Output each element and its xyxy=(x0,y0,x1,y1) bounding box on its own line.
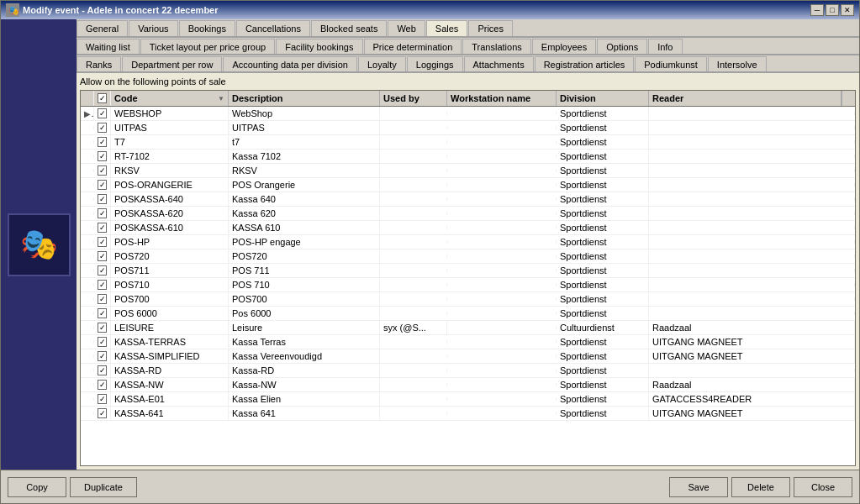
row-checkbox-17[interactable] xyxy=(98,351,107,361)
row-check-5[interactable] xyxy=(94,178,111,192)
close-window-button[interactable]: ✕ xyxy=(841,4,854,16)
row-check-0[interactable] xyxy=(94,107,111,120)
tab-podiumkunst[interactable]: Podiumkunst xyxy=(635,56,707,72)
table-row[interactable]: POS-HP POS-HP engage Sportdienst xyxy=(81,235,855,249)
table-row[interactable]: KASSA-NW Kassa-NW Sportdienst Raadzaal xyxy=(81,378,855,392)
th-code[interactable]: Code ▼ xyxy=(111,91,229,106)
row-check-8[interactable] xyxy=(94,221,111,234)
tab-general[interactable]: General xyxy=(77,20,128,37)
tab-blocked-seats[interactable]: Blocked seats xyxy=(311,20,387,37)
table-row[interactable]: KASSA-SIMPLIFIED Kassa Vereenvoudigd Spo… xyxy=(81,349,855,364)
row-checkbox-15[interactable] xyxy=(98,323,107,333)
table-row[interactable]: RT-7102 Kassa 7102 Sportdienst xyxy=(81,150,855,164)
tab-dept-per-row[interactable]: Department per row xyxy=(122,56,222,72)
tab-web[interactable]: Web xyxy=(388,20,425,37)
table-body[interactable]: ▶ WEBSHOP WebShop Sportdienst UITPAS UIT… xyxy=(81,107,855,465)
row-check-19[interactable] xyxy=(94,378,111,391)
row-checkbox-19[interactable] xyxy=(98,380,107,390)
row-checkbox-11[interactable] xyxy=(98,265,107,276)
table-row[interactable]: POS-ORANGERIE POS Orangerie Sportdienst xyxy=(81,178,855,192)
table-row[interactable]: POSKASSA-620 Kassa 620 Sportdienst xyxy=(81,207,855,221)
row-checkbox-13[interactable] xyxy=(98,294,107,304)
row-checkbox-6[interactable] xyxy=(98,194,107,204)
row-check-20[interactable] xyxy=(94,392,111,406)
row-check-10[interactable] xyxy=(94,249,111,263)
table-row[interactable]: POS711 POS 711 Sportdienst xyxy=(81,264,855,278)
row-check-12[interactable] xyxy=(94,278,111,291)
maximize-button[interactable]: □ xyxy=(826,4,839,16)
row-check-21[interactable] xyxy=(94,407,111,420)
th-workstation[interactable]: Workstation name xyxy=(447,91,557,106)
row-checkbox-4[interactable] xyxy=(98,165,107,176)
tab-various[interactable]: Various xyxy=(129,20,177,37)
th-description[interactable]: Description xyxy=(229,91,380,106)
th-usedby[interactable]: Used by xyxy=(380,91,447,106)
row-checkbox-3[interactable] xyxy=(98,151,107,161)
tab-cancellations[interactable]: Cancellations xyxy=(236,20,310,37)
table-row[interactable]: RKSV RKSV Sportdienst xyxy=(81,164,855,178)
tab-waiting-list[interactable]: Waiting list xyxy=(77,39,140,55)
th-division[interactable]: Division xyxy=(557,91,649,106)
copy-button[interactable]: Copy xyxy=(8,477,66,497)
table-row[interactable]: POS710 POS 710 Sportdienst xyxy=(81,278,855,292)
row-checkbox-1[interactable] xyxy=(98,123,107,133)
table-row[interactable]: POSKASSA-640 Kassa 640 Sportdienst xyxy=(81,192,855,207)
table-row[interactable]: KASSA-641 Kassa 641 Sportdienst UITGANG … xyxy=(81,407,855,421)
tab-employees[interactable]: Employees xyxy=(532,39,596,55)
table-row[interactable]: KASSA-E01 Kassa Elien Sportdienst GATACC… xyxy=(81,392,855,407)
table-row[interactable]: KASSA-RD Kassa-RD Sportdienst xyxy=(81,364,855,378)
row-check-3[interactable] xyxy=(94,150,111,163)
tab-bookings[interactable]: Bookings xyxy=(179,20,235,37)
row-checkbox-10[interactable] xyxy=(98,251,107,261)
table-row[interactable]: POSKASSA-610 KASSA 610 Sportdienst xyxy=(81,221,855,235)
table-row[interactable]: POS700 POS700 Sportdienst xyxy=(81,292,855,307)
save-button[interactable]: Save xyxy=(669,477,728,497)
tab-sales[interactable]: Sales xyxy=(426,20,468,37)
tab-translations[interactable]: Translations xyxy=(462,39,531,55)
tab-intersolve[interactable]: Intersolve xyxy=(708,56,767,72)
tab-attachments[interactable]: Attachments xyxy=(464,56,534,72)
tab-registration-articles[interactable]: Registration articles xyxy=(535,56,635,72)
row-checkbox-21[interactable] xyxy=(98,408,107,418)
row-check-14[interactable] xyxy=(94,307,111,320)
row-check-11[interactable] xyxy=(94,264,111,277)
th-reader[interactable]: Reader xyxy=(649,91,842,106)
delete-button[interactable]: Delete xyxy=(731,477,790,497)
tab-options[interactable]: Options xyxy=(597,39,647,55)
row-checkbox-16[interactable] xyxy=(98,337,107,347)
row-check-15[interactable] xyxy=(94,321,111,334)
tab-ranks[interactable]: Ranks xyxy=(77,56,121,72)
table-row[interactable]: KASSA-TERRAS Kassa Terras Sportdienst UI… xyxy=(81,335,855,349)
table-row[interactable]: UITPAS UITPAS Sportdienst xyxy=(81,121,855,135)
row-check-4[interactable] xyxy=(94,164,111,177)
tab-loyalty[interactable]: Loyalty xyxy=(358,56,406,72)
tab-loggings[interactable]: Loggings xyxy=(407,56,463,72)
row-check-18[interactable] xyxy=(94,364,111,377)
row-checkbox-7[interactable] xyxy=(98,208,107,218)
tab-facility-bookings[interactable]: Facility bookings xyxy=(276,39,362,55)
row-checkbox-12[interactable] xyxy=(98,280,107,290)
tab-price-determination[interactable]: Price determination xyxy=(364,39,462,55)
row-check-13[interactable] xyxy=(94,292,111,306)
close-button[interactable]: Close xyxy=(794,477,852,497)
expand-icon[interactable]: ▶ xyxy=(84,108,94,118)
tab-prices[interactable]: Prices xyxy=(468,20,513,37)
row-check-17[interactable] xyxy=(94,349,111,363)
row-checkbox-14[interactable] xyxy=(98,308,107,318)
tab-ticket-layout[interactable]: Ticket layout per price group xyxy=(140,39,275,55)
table-row[interactable]: ▶ WEBSHOP WebShop Sportdienst xyxy=(81,107,855,121)
row-check-16[interactable] xyxy=(94,335,111,349)
row-checkbox-9[interactable] xyxy=(98,237,107,247)
row-checkbox-8[interactable] xyxy=(98,223,107,233)
table-row[interactable]: LEISURE Leisure syx (@S... Cultuurdienst… xyxy=(81,321,855,335)
row-checkbox-2[interactable] xyxy=(98,137,107,147)
table-row[interactable]: POS 6000 Pos 6000 Sportdienst xyxy=(81,307,855,321)
row-checkbox-20[interactable] xyxy=(98,394,107,404)
row-check-1[interactable] xyxy=(94,121,111,134)
row-check-2[interactable] xyxy=(94,135,111,149)
row-checkbox-0[interactable] xyxy=(98,108,107,118)
row-checkbox-18[interactable] xyxy=(98,365,107,375)
row-check-9[interactable] xyxy=(94,235,111,249)
row-check-7[interactable] xyxy=(94,207,111,220)
table-row[interactable]: POS720 POS720 Sportdienst xyxy=(81,249,855,264)
